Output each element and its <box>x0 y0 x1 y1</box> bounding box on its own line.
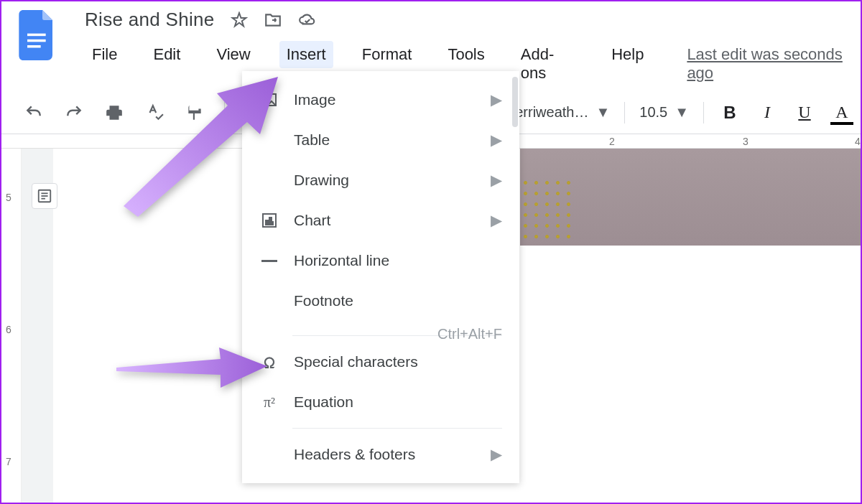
undo-button[interactable] <box>23 102 45 123</box>
vruler-mark: 7 <box>6 456 11 467</box>
menu-label: Horizontal line <box>294 252 502 269</box>
text-color-button[interactable]: A <box>830 103 853 122</box>
chevron-down-icon: ▼ <box>595 104 610 121</box>
menu-view[interactable]: View <box>209 41 257 68</box>
menu-format[interactable]: Format <box>355 41 420 68</box>
menu-tools[interactable]: Tools <box>440 41 491 68</box>
menu-item-special-characters[interactable]: Special characters <box>242 342 519 382</box>
svg-rect-10 <box>266 220 268 225</box>
ruler-mark: 2 <box>609 136 615 147</box>
menu-divider <box>292 428 502 429</box>
annotation-arrow <box>116 73 289 217</box>
toolbar-right: Merriweath… ▼ 10.5 ▼ B I U A <box>504 102 861 123</box>
title-row: Rise and Shine <box>85 7 861 31</box>
font-size-dropdown[interactable]: 10.5 ▼ <box>639 104 689 121</box>
svg-rect-2 <box>27 45 41 48</box>
equation-icon: π² <box>259 392 279 412</box>
footnote-icon <box>259 291 279 311</box>
menu-item-headers-footers[interactable]: Headers & footers ▶ <box>242 434 519 475</box>
menu-edit[interactable]: Edit <box>146 41 187 68</box>
ruler-mark: 4 <box>855 136 861 147</box>
toolbar-separator <box>703 102 704 123</box>
document-image[interactable] <box>520 149 861 246</box>
menu-help[interactable]: Help <box>604 41 651 68</box>
cloud-status-icon[interactable] <box>298 11 317 29</box>
menu-label: Drawing <box>294 172 491 189</box>
keyboard-shortcut: Ctrl+Alt+F <box>437 326 502 342</box>
move-folder-icon[interactable] <box>264 11 282 29</box>
svg-rect-0 <box>27 34 46 37</box>
submenu-arrow-icon: ▶ <box>491 131 502 149</box>
redo-button[interactable] <box>63 102 85 123</box>
vruler-mark: 6 <box>6 324 11 335</box>
submenu-arrow-icon: ▶ <box>491 446 502 463</box>
submenu-arrow-icon: ▶ <box>491 172 502 189</box>
last-edit-link[interactable]: Last edit was seconds ago <box>687 45 861 83</box>
menu-label: Special characters <box>294 353 502 370</box>
font-size-label: 10.5 <box>639 104 667 121</box>
menu-label: Footnote <box>294 292 502 309</box>
menu-label: Table <box>294 131 491 149</box>
menu-item-horizontal-line[interactable]: Horizontal line <box>242 241 519 281</box>
menu-item-footnote[interactable]: Footnote Ctrl+Alt+F <box>242 281 519 330</box>
menu-insert[interactable]: Insert <box>279 41 333 68</box>
underline-button[interactable]: U <box>793 103 816 122</box>
menu-label: Chart <box>294 212 491 229</box>
outline-toggle-button[interactable] <box>32 183 57 209</box>
menu-label: Equation <box>294 393 502 411</box>
vertical-ruler[interactable]: 5 6 7 <box>1 149 22 504</box>
image-detail <box>520 177 570 242</box>
menu-file[interactable]: File <box>85 41 124 68</box>
submenu-arrow-icon: ▶ <box>491 91 502 108</box>
menu-label: Image <box>294 91 491 108</box>
svg-rect-1 <box>27 39 46 42</box>
document-title[interactable]: Rise and Shine <box>85 9 215 31</box>
horizontal-line-icon <box>259 251 279 271</box>
bold-button[interactable]: B <box>718 103 741 123</box>
ruler-mark: 3 <box>743 136 749 147</box>
docs-logo[interactable] <box>19 10 56 60</box>
chevron-down-icon: ▼ <box>675 104 689 121</box>
vruler-mark: 5 <box>6 192 11 203</box>
submenu-arrow-icon: ▶ <box>491 212 502 229</box>
menu-addons[interactable]: Add-ons <box>514 41 583 87</box>
svg-rect-12 <box>271 222 273 225</box>
annotation-arrow <box>113 346 271 389</box>
menu-item-equation[interactable]: π² Equation <box>242 382 519 422</box>
headers-icon <box>259 444 279 465</box>
menu-label: Headers & footers <box>294 446 491 463</box>
star-icon[interactable] <box>231 11 248 29</box>
italic-button[interactable]: I <box>756 103 779 122</box>
toolbar-separator <box>624 102 625 123</box>
